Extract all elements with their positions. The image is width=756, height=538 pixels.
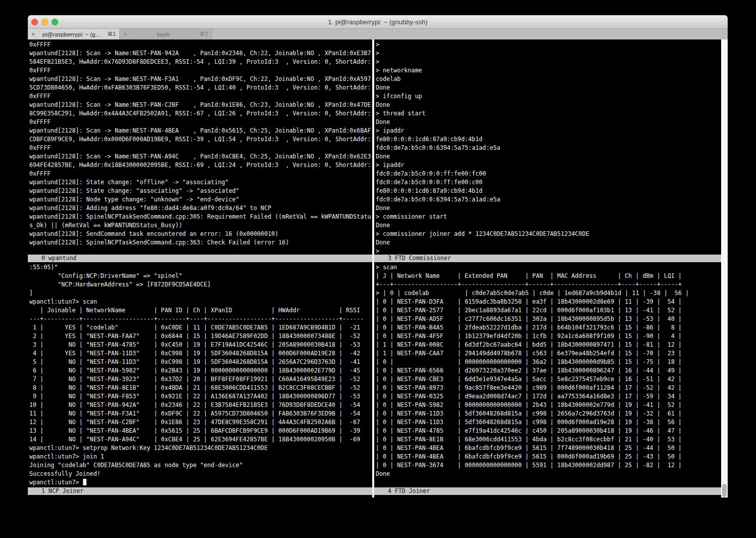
terminal-line: wpantund[2128]: Scan -> Name:NEST-PAN-A9… <box>29 152 372 161</box>
terminal-line: > <box>376 58 721 66</box>
pane-ncp-joiner[interactable]: :55:05)" "Config:NCP:DriverName" => "spi… <box>28 262 372 487</box>
pane-wpantund[interactable]: 0xFFFFwpantund[2128]: Scan -> Name:NEST-… <box>28 39 372 255</box>
shell-prompt: wpanctl:utun7> <box>29 479 83 486</box>
terminal-line: > ipaddr <box>376 161 721 170</box>
terminal-line: > <box>376 40 721 49</box>
terminal-line: | 0 | NEST-PAN-B4A5 | 2fdeab52227d1dba |… <box>376 323 721 332</box>
terminal-line: > thread start <box>376 109 721 118</box>
terminal-line: 0xFFFF <box>29 66 372 75</box>
terminal-line: 3 | NO | "NEST-PAN-4785" | 0xC450 | 19 |… <box>29 341 372 349</box>
terminal-line: fdc0:de7a:b5c0:0:0:ff:fe00:fc00 <box>376 170 721 178</box>
right-column: >>>> networknamecodelabDone> ifconfig up… <box>374 39 721 498</box>
terminal-line: Done <box>376 101 721 109</box>
terminal-line: 11 | NO | "NEST-PAN-F3A1" | 0xDF9C | 22 … <box>29 409 372 418</box>
scrollbar-thumb[interactable] <box>722 484 727 497</box>
screen: 1. pi@raspberrypi: ~ (gnubby-ssh) × pi@r… <box>0 0 756 538</box>
terminal-line: wpantund[2128]: Adding address "fe80::da… <box>29 204 372 213</box>
tab-bar-empty-space <box>212 29 728 39</box>
terminal-line: 8C99E358C291, HwAddr:0x4A4A3C4FB2502A91,… <box>29 109 372 118</box>
pane-ncp-joiner-lines: :55:05)" "Config:NCP:DriverName" => "spi… <box>29 263 372 478</box>
terminal-line: 584EFB21B5E3, HwAddr:0x76D93D8F8DEDCEE3,… <box>29 58 372 66</box>
close-tab-icon[interactable]: × <box>31 31 35 38</box>
terminal-line: | 1 | NEST-PAN-CAA7 | 294149dd4978b678 |… <box>376 349 721 358</box>
terminal-line: wpanctl:utun7> join 1 <box>29 452 372 461</box>
terminal-line: > ifconfig up <box>376 92 721 101</box>
terminal-line: wpantund[2128]: State change: "associati… <box>29 187 372 195</box>
terminal-line: fe80:0:0:0:1cd6:87a9:cb9d:4b1d <box>376 187 721 195</box>
terminal-line: fdc0:de7a:b5c0:0:0:ff:fe00:c00 <box>376 178 721 187</box>
tab-ssh-session[interactable]: × pi@raspberrypi: ~ (g... ⌘1 <box>28 29 120 39</box>
terminal-line: Done <box>376 238 721 247</box>
terminal-line: > networkname <box>376 66 721 75</box>
text-cursor <box>83 479 86 485</box>
pane-ftd-commissioner[interactable]: >>>> networknamecodelabDone> ifconfig up… <box>374 39 721 255</box>
terminal-line: s_Ok) || (mRetVal == kWPANTUNDStatus_Bus… <box>29 221 372 230</box>
terminal-window: 1. pi@raspberrypi: ~ (gnubby-ssh) × pi@r… <box>28 15 728 498</box>
terminal-line: 9 | NO | "NEST-PAN-F853" | 0x921E | 22 |… <box>29 392 372 401</box>
window-titlebar[interactable]: 1. pi@raspberrypi: ~ (gnubby-ssh) <box>28 15 728 29</box>
left-column: 0xFFFFwpantund[2128]: Scan -> Name:NEST-… <box>28 39 372 498</box>
terminal-line: fdc0:de7a:b5c0:0:6394:5a75:a1ad:e5a <box>376 195 721 204</box>
terminal-line: | 0 | NEST-PAN-11D3 | 5df36048268d815a |… <box>376 418 721 427</box>
terminal-line: 8 | NO | "NEST-PAN-8E1B" | 0x4BDA | 21 |… <box>29 384 372 392</box>
terminal-line: :55:05)" <box>29 263 372 272</box>
terminal-line: Done <box>376 118 721 127</box>
terminal-line: CDBFCB9F9CE9, HwAddr:0x000D6F000AD19BE9,… <box>29 135 372 144</box>
terminal-line: | 0 | NEST-PAN-4BEA | 6bafcdbfcb9f9ce9 |… <box>376 444 721 452</box>
terminal-line: 12 | NO | "NEST-PAN-C2BF" | 0x1E86 | 23 … <box>29 418 372 427</box>
terminal-line: | 0 | NEST-PAN-4F5F | 1b12379efd4df20b |… <box>376 332 721 341</box>
pane-title-ncp-joiner: 1 NCP Joiner <box>28 487 372 495</box>
prompt-line: wpanctl:utun7> <box>29 478 372 487</box>
terminal-line: wpantund[2128]: Scan -> Name:NEST-PAN-94… <box>29 49 372 58</box>
close-tab-icon[interactable]: × <box>123 31 127 38</box>
terminal-line: ---+----------+--------------------+----… <box>29 315 372 323</box>
terminal-line: 5CD73D804650, HwAddr:0xFAB6303B76F3ED50,… <box>29 84 372 92</box>
pane-ftd-joiner[interactable]: > scan| J | Network Name | Extended PAN … <box>374 262 721 487</box>
terminal-line: wpantund[2128]: Scan -> Name:NEST-PAN-C2… <box>29 101 372 109</box>
terminal-line: > ipaddr <box>376 127 721 135</box>
terminal-line: > <box>376 49 721 58</box>
terminal-line: | 0 | | 0000000000000000 | 36a2 | 18b430… <box>376 358 721 366</box>
terminal-line: Done <box>376 152 721 161</box>
terminal-line: wpanctl:utun7> scan <box>29 298 372 306</box>
terminal-line: | Joinable | NetworkName | PAN ID | Ch |… <box>29 306 372 315</box>
tab-label: bash <box>129 31 197 37</box>
scrollbar[interactable] <box>721 39 728 498</box>
terminal-line: > | 0 | codelab | c0de7ab5c0de7ab5 | c0d… <box>376 289 721 298</box>
terminal-line: 0xFFFF <box>29 170 372 178</box>
terminal-line: wpanctl:utun7> setprop Network:Key 1234C… <box>29 444 372 452</box>
terminal-line: Joining "codelab" C0DE7AB5C0DE7AB5 as no… <box>29 461 372 470</box>
tab-bar: × pi@raspberrypi: ~ (g... ⌘1 × bash ⌘2 <box>28 29 728 39</box>
terminal-line: 694FE42857BE, HwAddr:0x18B43000002095BE,… <box>29 161 372 170</box>
terminal-line: 6 | NO | "NEST-PAN-5982" | 0x2B43 | 19 |… <box>29 366 372 375</box>
terminal-line: | 0 | NEST-PAN-5982 | 0000000000000000 |… <box>376 401 721 409</box>
terminal-line: 1 | YES | "codelab" | 0xC0DE | 11 | C0DE… <box>29 323 372 332</box>
terminal-line: > commissioner joiner add * 1234C0DE7AB5… <box>376 230 721 238</box>
terminal-line: 4 | YES | "NEST-PAN-11D3" | 0xC998 | 19 … <box>29 349 372 358</box>
terminal-line: > scan <box>376 263 721 272</box>
tab-shortcut: ⌘2 <box>199 31 208 37</box>
terminal-line: | 0 | NEST-PAN-CBE3 | 6dd3e1e9347e4a5a |… <box>376 375 721 384</box>
terminal-line: | 0 | NEST-PAN-8973 | 9ac857f8ee3e4420 |… <box>376 384 721 392</box>
terminal-line: | 0 | NEST-PAN-0325 | d9eaa2d008d74ac7 |… <box>376 392 721 401</box>
terminal-line: wpantund[2128]: SpinelNCPTaskSendCommand… <box>29 238 372 247</box>
terminal-line: Done <box>376 221 721 230</box>
window-title: 1. pi@raspberrypi: ~ (gnubby-ssh) <box>28 15 728 29</box>
pane-title-ftd-commissioner: 3 FTD Commissioner <box>374 255 721 262</box>
terminal-line: wpantund[2128]: Node type change: "unkno… <box>29 195 372 204</box>
terminal-line: wpantund[2128]: State change: "offline" … <box>29 178 372 187</box>
terminal-line: wpantund[2128]: Scan -> Name:NEST-PAN-F3… <box>29 75 372 84</box>
terminal-line: wpantund[2128]: Scan -> Name:NEST-PAN-4B… <box>29 127 372 135</box>
terminal-line: | 0 | NEST-PAN-4785 | e7f19a41dc42546c |… <box>376 427 721 435</box>
terminal-line: Done <box>376 204 721 213</box>
terminal-line: | 1 | NEST-PAN-008C | 6d3df2bc67aabc64 |… <box>376 341 721 349</box>
terminal-line: ] <box>29 289 372 298</box>
tab-bash[interactable]: × bash ⌘2 <box>120 29 212 39</box>
terminal-line: 13 | NO | "NEST-PAN-4BEA" | 0x5615 | 25 … <box>29 427 372 435</box>
terminal-line: 5 | NO | "NEST-PAN-11D3" | 0xC998 | 19 |… <box>29 358 372 366</box>
tab-shortcut: ⌘1 <box>107 31 116 37</box>
terminal-line: | 0 | NEST-PAN-8E1B | 68e3006cdd411553 |… <box>376 435 721 444</box>
tab-label: pi@raspberrypi: ~ (g... <box>37 31 105 37</box>
terminal-line: Done <box>376 470 721 478</box>
terminal-line: +---+------------------+----------------… <box>376 280 721 289</box>
